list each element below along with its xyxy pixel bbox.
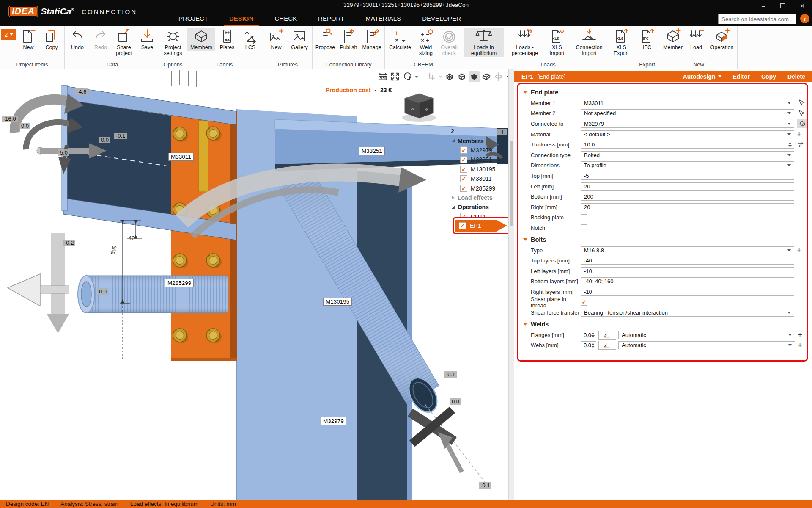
cursor-icon[interactable] [797,99,805,107]
checkbox[interactable]: ✓ [459,222,466,229]
chevron-down-icon[interactable] [439,76,442,78]
tree-item-ep1-selected[interactable]: ✓EP1 [453,217,508,234]
left-mm-input[interactable]: 20 [581,182,794,190]
search-box[interactable] [718,14,796,24]
ribbon-button-connection-import[interactable]: Connection Import [569,28,609,57]
shear-plane-in-thread-checkbox[interactable]: ✓ [581,299,587,306]
project-number-dropdown[interactable]: 2 [1,29,16,40]
ribbon-button-redo[interactable]: Redo [89,28,112,51]
webs-mm-value-input[interactable]: 0.0 [581,341,596,349]
ribbon-button-project-settings[interactable]: Project settings [162,28,184,57]
scrollbar-thumb[interactable] [510,141,513,226]
ribbon-button-new[interactable]: New [17,28,40,51]
ribbon-button-load[interactable]: Load [685,28,708,51]
weld-type-dropdown[interactable] [598,341,616,350]
navigation-cube[interactable]: -x -y [400,91,439,126]
dimensions-select[interactable]: To profile [581,161,794,169]
delete-button[interactable]: Delete [787,73,805,80]
left-layers-mm-input[interactable]: -10 [581,267,794,275]
editor-button[interactable]: Editor [733,73,750,80]
top-layers-mm-input[interactable]: -40 [581,257,794,265]
section-header-end-plate[interactable]: End plate [523,89,807,96]
stepper-up-icon[interactable] [788,142,792,144]
ribbon-button-share-project[interactable]: Share project [112,28,135,57]
value-stepper[interactable] [591,343,595,348]
minimize-button[interactable]: – [754,1,773,11]
stepper-up-icon[interactable] [591,343,595,345]
ribbon-button-manage[interactable]: Manage [360,28,383,51]
tab-report[interactable]: REPORT [316,15,346,26]
ribbon-button-propose[interactable]: Propose [314,28,337,51]
tree-item-m130195[interactable]: ✓M130195 [447,165,508,174]
swap-icon[interactable] [797,141,805,149]
tab-developer[interactable]: DEVELOPER [420,15,463,26]
ribbon-button-lcs[interactable]: LCS [239,28,262,51]
home-view-icon[interactable] [505,71,508,82]
right-layers-mm-input[interactable]: -10 [581,288,794,296]
add-new-icon[interactable]: + [797,246,801,254]
tab-project[interactable]: PROJECT [177,15,210,26]
cursor-icon[interactable] [797,109,805,118]
checkbox[interactable]: ✓ [460,156,467,163]
ribbon-button-publish[interactable]: Publish [337,28,360,51]
tree-item-project-2[interactable]: 2 [447,127,508,136]
bottom-mm-input[interactable]: 200 [581,193,794,201]
tree-item-m33011[interactable]: ✓M33011 [447,174,508,183]
ribbon-button-new[interactable]: New [265,28,288,51]
pick-member-icon[interactable] [797,119,808,128]
connection-type-select[interactable]: Bolted [581,151,794,159]
type-select[interactable]: M16 8.8 [581,246,794,254]
value-stepper[interactable] [788,142,792,147]
ribbon-button-loads-in-equilibrium[interactable]: Loads in equilibrium [464,28,504,57]
member-2-select[interactable]: Not specified [581,109,794,117]
close-button[interactable]: ✕ [793,1,812,11]
ribbon-button-members[interactable]: Members [187,28,215,51]
ribbon-button-undo[interactable]: Undo [66,28,89,51]
tab-materials[interactable]: MATERIALS [364,15,403,26]
solid-view-icon[interactable] [469,71,480,82]
tree-item-m32979[interactable]: ✓M32979 [447,146,508,155]
checkbox[interactable]: ✓ [460,146,467,154]
info-button[interactable]: i [800,14,809,23]
member-1-select[interactable]: M33011 [581,99,794,107]
search-input[interactable] [719,16,798,22]
ribbon-button-operation[interactable]: Operation [708,28,736,51]
connected-to-select[interactable]: M32979 [581,120,794,128]
bottom-layers-mm-input[interactable]: -40; 40; 160 [581,277,794,285]
ribbon-button-weld-sizing[interactable]: +−×÷Weld sizing [414,28,437,57]
tree-group-operations[interactable]: Operations [447,202,508,212]
ribbon-button-gallery[interactable]: Gallery [288,28,311,51]
ribbon-button-save[interactable]: Save [136,28,159,51]
ribbon-button-xls-export[interactable]: XLSXLS Export [610,28,633,57]
ribbon-button-xls-import[interactable]: XLSXLS Import [546,28,568,57]
ribbon-button-plates[interactable]: Plates [216,28,239,51]
tree-group-members[interactable]: Members [447,136,508,145]
rotate-view-icon[interactable] [402,71,413,82]
maximize-button[interactable] [773,1,793,11]
measure-icon[interactable] [377,71,388,82]
add-new-icon[interactable]: + [798,342,802,349]
stepper-down-icon[interactable] [591,335,595,337]
rotation-axis-icon[interactable] [493,71,504,82]
3d-viewport[interactable]: Production cost - 23 € -x -y M33011M3325… [0,69,508,500]
viewport-panel-splitter[interactable] [508,69,515,500]
tab-check[interactable]: CHECK [273,15,299,26]
ribbon-button-calculate[interactable]: +−×÷Calculate [386,28,414,51]
chevron-down-icon[interactable] [415,76,418,78]
weld-type-dropdown[interactable] [598,331,616,340]
autodesign-button[interactable]: Autodesign [683,73,721,80]
checkbox[interactable]: ✓ [460,166,467,173]
add-new-icon[interactable]: + [797,130,801,138]
copy-button[interactable]: Copy [761,73,776,80]
tree-item-m33251[interactable]: ✓M33251 [447,155,508,164]
clip-view-icon[interactable] [481,71,492,82]
flanges-mm-value-input[interactable]: 0.0 [581,331,596,339]
add-new-icon[interactable]: + [798,331,802,339]
backing-plate-checkbox[interactable]: ✓ [581,214,587,221]
notch-checkbox[interactable]: ✓ [581,224,587,231]
checkbox[interactable]: ✓ [460,175,467,182]
right-mm-input[interactable]: 20 [581,203,794,211]
checkbox[interactable]: ✓ [460,185,467,192]
stepper-down-icon[interactable] [788,145,792,147]
section-header-welds[interactable]: Welds [523,321,807,328]
